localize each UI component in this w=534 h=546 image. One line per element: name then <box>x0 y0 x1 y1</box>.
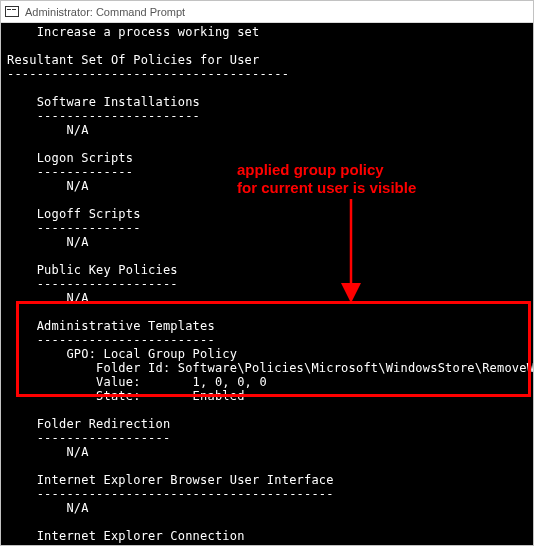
titlebar[interactable]: Administrator: Command Prompt <box>1 1 533 23</box>
cmd-icon <box>5 6 19 17</box>
cmd-window: Administrator: Command Prompt Increase a… <box>0 0 534 546</box>
window-title: Administrator: Command Prompt <box>25 6 185 18</box>
terminal-output[interactable]: Increase a process working set Resultant… <box>1 23 533 545</box>
